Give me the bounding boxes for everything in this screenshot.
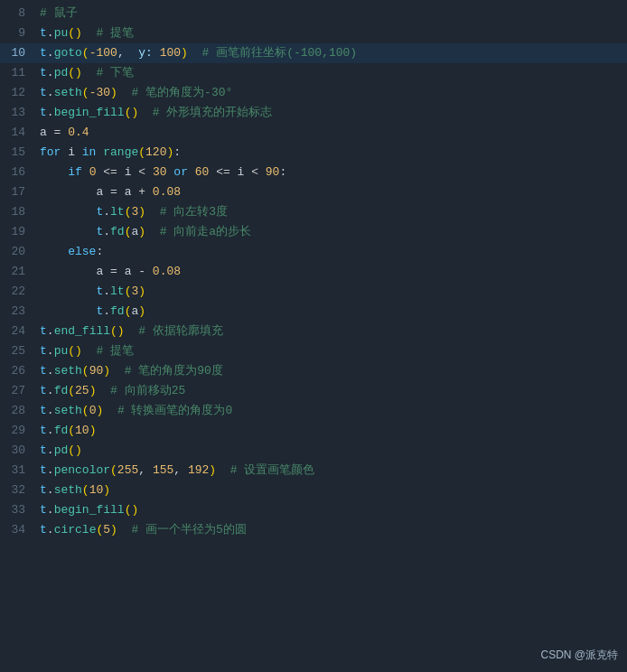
line-content: t.goto(-100, y: 100) # 画笔前往坐标(-100,100) bbox=[38, 43, 627, 63]
attr-token: fd bbox=[54, 384, 69, 397]
num-token: 0.4 bbox=[68, 126, 89, 139]
line-number: 27 bbox=[0, 381, 38, 401]
line-content: t.begin_fill() bbox=[38, 500, 627, 520]
paren-token: () bbox=[68, 443, 82, 457]
paren-token: () bbox=[125, 106, 139, 119]
op-token: <= bbox=[103, 165, 117, 179]
paren-token: ) bbox=[103, 483, 110, 497]
var-token: t bbox=[40, 324, 47, 338]
plain-token bbox=[96, 384, 110, 397]
num-token: 60 bbox=[195, 165, 210, 179]
paren-token: ) bbox=[138, 285, 145, 298]
line-content: a = a + 0.08 bbox=[38, 182, 627, 202]
paren-token: ) bbox=[138, 205, 145, 219]
attr-token: begin_fill bbox=[54, 503, 125, 517]
paren-token: ( bbox=[68, 424, 75, 437]
comment-token: # 向左转3度 bbox=[160, 205, 228, 219]
line-number: 14 bbox=[0, 123, 38, 143]
line-content: t.lt(3) bbox=[38, 282, 627, 302]
code-line: 16 if 0 <= i < 30 or 60 <= i < 90: bbox=[0, 163, 627, 182]
paren-token: () bbox=[68, 344, 82, 358]
code-line: 20 else: bbox=[0, 242, 627, 262]
line-number: 15 bbox=[0, 143, 38, 163]
plain-token bbox=[110, 364, 125, 378]
kw-token: in bbox=[82, 145, 97, 159]
code-line: 13t.begin_fill() # 外形填充的开始标志 bbox=[0, 103, 627, 123]
plain-token bbox=[117, 523, 132, 537]
num-token: 10 bbox=[75, 424, 89, 437]
plain-token: . bbox=[47, 26, 54, 40]
attr-token: pd bbox=[54, 66, 69, 79]
attr-token: seth bbox=[54, 483, 82, 497]
line-number: 11 bbox=[0, 63, 38, 83]
line-number: 32 bbox=[0, 481, 38, 500]
plain-token: : bbox=[279, 165, 286, 179]
line-number: 8 bbox=[0, 4, 38, 23]
plain-token bbox=[145, 165, 153, 179]
num-token: 100 bbox=[153, 46, 181, 60]
plain-token bbox=[145, 225, 160, 238]
paren-token: ) bbox=[138, 225, 145, 238]
plain-token bbox=[40, 304, 96, 318]
plain-token: : bbox=[96, 245, 103, 258]
plain-token bbox=[125, 324, 139, 338]
line-content: t.pd() bbox=[38, 441, 627, 461]
op-token: <= bbox=[216, 165, 230, 179]
plain-token bbox=[82, 66, 97, 79]
paren-token: () bbox=[68, 26, 82, 40]
var-token: t bbox=[40, 26, 47, 40]
plain-token: . bbox=[47, 46, 54, 60]
op-token: < bbox=[251, 165, 258, 179]
plain-token bbox=[117, 86, 132, 99]
line-number: 34 bbox=[0, 520, 38, 540]
paren-token: ( bbox=[82, 483, 89, 497]
line-content: t.fd(25) # 向前移动25 bbox=[38, 381, 627, 401]
code-line: 30t.pd() bbox=[0, 441, 627, 461]
plain-token bbox=[138, 106, 153, 119]
line-number: 20 bbox=[0, 242, 38, 262]
line-content: t.seth(10) bbox=[38, 481, 627, 500]
line-number: 13 bbox=[0, 103, 38, 123]
plain-token: . bbox=[47, 463, 54, 477]
plain-token bbox=[145, 265, 153, 278]
plain-token bbox=[40, 245, 68, 258]
line-number: 12 bbox=[0, 83, 38, 103]
num-token: 10 bbox=[89, 483, 104, 497]
coord-label-token: y: bbox=[138, 46, 153, 60]
code-line: 29t.fd(10) bbox=[0, 421, 627, 441]
line-number: 26 bbox=[0, 361, 38, 381]
var-token: t bbox=[40, 106, 47, 119]
plain-token: . bbox=[103, 304, 110, 318]
code-editor: 8# 鼠子9t.pu() # 提笔10t.goto(-100, y: 100) … bbox=[0, 0, 627, 544]
plain-token: . bbox=[103, 285, 110, 298]
comment-token: # 设置画笔颜色 bbox=[230, 463, 315, 477]
line-content: t.seth(-30) # 笔的角度为-30° bbox=[38, 83, 627, 103]
num-token: 255 bbox=[117, 463, 138, 477]
plain-token bbox=[40, 225, 96, 238]
code-line: 25t.pu() # 提笔 bbox=[0, 341, 627, 361]
var-token: t bbox=[40, 344, 47, 358]
num-token: 0.08 bbox=[153, 265, 181, 278]
plain-token: , bbox=[117, 46, 138, 60]
paren-token: ( bbox=[82, 364, 89, 378]
line-content: t.fd(a) # 向前走a的步长 bbox=[38, 222, 627, 242]
attr-token: lt bbox=[110, 205, 125, 219]
plain-token: a bbox=[40, 185, 110, 199]
attr-token: fd bbox=[110, 225, 125, 238]
plain-token: . bbox=[47, 364, 54, 378]
num-token: 120 bbox=[145, 145, 166, 159]
line-content: t.circle(5) # 画一个半径为5的圆 bbox=[38, 520, 627, 540]
comment-token: # 画一个半径为5的圆 bbox=[131, 523, 246, 537]
line-content: t.fd(10) bbox=[38, 421, 627, 441]
attr-token: circle bbox=[54, 523, 97, 537]
op-token: = bbox=[110, 265, 117, 278]
comment-token: # 提笔 bbox=[96, 344, 134, 358]
plain-token: . bbox=[47, 106, 54, 119]
code-line: 21 a = a - 0.08 bbox=[0, 262, 627, 282]
plain-token bbox=[82, 344, 97, 358]
kw-token: if bbox=[68, 165, 82, 179]
attr-token: end_fill bbox=[54, 324, 110, 338]
num-token: 30 bbox=[153, 165, 167, 179]
plain-token: . bbox=[47, 404, 54, 417]
num-token: 155 bbox=[153, 463, 173, 477]
